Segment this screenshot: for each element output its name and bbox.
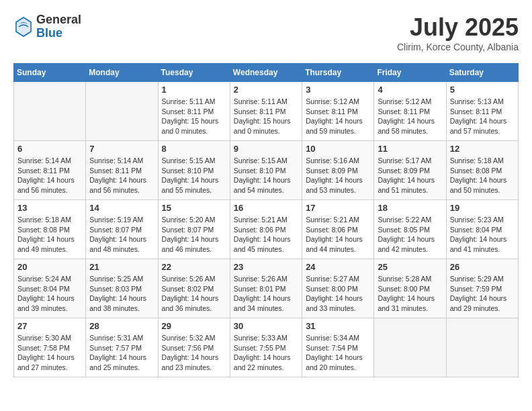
- calendar-cell: 29Sunrise: 5:32 AM Sunset: 7:56 PM Dayli…: [158, 318, 230, 377]
- day-number: 2: [234, 85, 298, 95]
- day-number: 13: [17, 203, 82, 213]
- day-info: Sunrise: 5:16 AM Sunset: 8:09 PM Dayligh…: [306, 156, 370, 195]
- day-info: Sunrise: 5:29 AM Sunset: 7:59 PM Dayligh…: [450, 274, 515, 314]
- weekday-header-thursday: Thursday: [302, 64, 374, 82]
- calendar-cell: 5Sunrise: 5:13 AM Sunset: 8:11 PM Daylig…: [446, 82, 518, 141]
- day-number: 18: [378, 203, 442, 213]
- day-number: 15: [162, 203, 226, 213]
- day-info: Sunrise: 5:14 AM Sunset: 8:11 PM Dayligh…: [89, 156, 154, 195]
- logo-blue: Blue: [36, 27, 81, 40]
- day-info: Sunrise: 5:34 AM Sunset: 7:54 PM Dayligh…: [306, 333, 370, 373]
- calendar-cell: 3Sunrise: 5:12 AM Sunset: 8:11 PM Daylig…: [302, 82, 374, 141]
- weekday-header-wednesday: Wednesday: [230, 64, 302, 82]
- day-info: Sunrise: 5:25 AM Sunset: 8:03 PM Dayligh…: [89, 274, 154, 314]
- day-number: 9: [234, 144, 298, 154]
- calendar-cell: 11Sunrise: 5:17 AM Sunset: 8:09 PM Dayli…: [374, 141, 446, 200]
- day-number: 29: [162, 321, 226, 331]
- calendar-cell: 2Sunrise: 5:11 AM Sunset: 8:11 PM Daylig…: [230, 82, 302, 141]
- calendar-cell: [446, 318, 518, 377]
- day-number: 23: [234, 262, 298, 272]
- day-info: Sunrise: 5:21 AM Sunset: 8:06 PM Dayligh…: [306, 215, 370, 255]
- weekday-header-row: SundayMondayTuesdayWednesdayThursdayFrid…: [14, 64, 519, 82]
- day-number: 5: [450, 85, 515, 95]
- day-number: 27: [17, 321, 82, 331]
- calendar-cell: 15Sunrise: 5:20 AM Sunset: 8:07 PM Dayli…: [158, 200, 230, 259]
- calendar-cell: 14Sunrise: 5:19 AM Sunset: 8:07 PM Dayli…: [86, 200, 158, 259]
- day-number: 14: [89, 203, 154, 213]
- calendar-cell: 26Sunrise: 5:29 AM Sunset: 7:59 PM Dayli…: [446, 259, 518, 318]
- calendar-cell: 10Sunrise: 5:16 AM Sunset: 8:09 PM Dayli…: [302, 141, 374, 200]
- calendar-cell: 9Sunrise: 5:15 AM Sunset: 8:10 PM Daylig…: [230, 141, 302, 200]
- day-info: Sunrise: 5:18 AM Sunset: 8:08 PM Dayligh…: [450, 156, 515, 195]
- day-number: 24: [306, 262, 370, 272]
- logo-general: General: [36, 13, 81, 27]
- day-number: 7: [89, 144, 154, 154]
- day-number: 28: [89, 321, 154, 331]
- calendar-cell: 7Sunrise: 5:14 AM Sunset: 8:11 PM Daylig…: [86, 141, 158, 200]
- location-subtitle: Clirim, Korce County, Albania: [397, 42, 519, 52]
- day-number: 12: [450, 144, 515, 154]
- weekday-header-saturday: Saturday: [446, 64, 518, 82]
- calendar-cell: 19Sunrise: 5:23 AM Sunset: 8:04 PM Dayli…: [446, 200, 518, 259]
- calendar-cell: [86, 82, 158, 141]
- calendar-cell: 23Sunrise: 5:26 AM Sunset: 8:01 PM Dayli…: [230, 259, 302, 318]
- title-block: July 2025 Clirim, Korce County, Albania: [397, 13, 519, 52]
- day-number: 11: [378, 144, 442, 154]
- day-info: Sunrise: 5:12 AM Sunset: 8:11 PM Dayligh…: [378, 97, 442, 136]
- day-info: Sunrise: 5:18 AM Sunset: 8:08 PM Dayligh…: [17, 215, 82, 255]
- day-number: 31: [306, 321, 370, 331]
- day-info: Sunrise: 5:17 AM Sunset: 8:09 PM Dayligh…: [378, 156, 442, 195]
- day-info: Sunrise: 5:15 AM Sunset: 8:10 PM Dayligh…: [234, 156, 298, 195]
- calendar-cell: 8Sunrise: 5:15 AM Sunset: 8:10 PM Daylig…: [158, 141, 230, 200]
- logo: General Blue: [13, 13, 81, 40]
- day-info: Sunrise: 5:32 AM Sunset: 7:56 PM Dayligh…: [162, 333, 226, 373]
- week-row-2: 6Sunrise: 5:14 AM Sunset: 8:11 PM Daylig…: [14, 141, 519, 200]
- day-info: Sunrise: 5:23 AM Sunset: 8:04 PM Dayligh…: [450, 215, 515, 255]
- calendar-cell: [374, 318, 446, 377]
- day-info: Sunrise: 5:11 AM Sunset: 8:11 PM Dayligh…: [162, 97, 226, 136]
- weekday-header-tuesday: Tuesday: [158, 64, 230, 82]
- day-info: Sunrise: 5:19 AM Sunset: 8:07 PM Dayligh…: [89, 215, 154, 255]
- day-info: Sunrise: 5:14 AM Sunset: 8:11 PM Dayligh…: [17, 156, 82, 195]
- calendar-cell: 13Sunrise: 5:18 AM Sunset: 8:08 PM Dayli…: [14, 200, 86, 259]
- day-info: Sunrise: 5:11 AM Sunset: 8:11 PM Dayligh…: [234, 97, 298, 136]
- month-title: July 2025: [397, 13, 519, 42]
- day-info: Sunrise: 5:27 AM Sunset: 8:00 PM Dayligh…: [306, 274, 370, 314]
- day-info: Sunrise: 5:20 AM Sunset: 8:07 PM Dayligh…: [162, 215, 226, 255]
- calendar-cell: 18Sunrise: 5:22 AM Sunset: 8:05 PM Dayli…: [374, 200, 446, 259]
- day-info: Sunrise: 5:31 AM Sunset: 7:57 PM Dayligh…: [89, 333, 154, 373]
- day-info: Sunrise: 5:30 AM Sunset: 7:58 PM Dayligh…: [17, 333, 82, 373]
- day-number: 17: [306, 203, 370, 213]
- calendar-cell: 31Sunrise: 5:34 AM Sunset: 7:54 PM Dayli…: [302, 318, 374, 377]
- day-info: Sunrise: 5:33 AM Sunset: 7:55 PM Dayligh…: [234, 333, 298, 373]
- calendar-table: SundayMondayTuesdayWednesdayThursdayFrid…: [13, 63, 519, 377]
- week-row-3: 13Sunrise: 5:18 AM Sunset: 8:08 PM Dayli…: [14, 200, 519, 259]
- weekday-header-monday: Monday: [86, 64, 158, 82]
- day-number: 21: [89, 262, 154, 272]
- calendar-cell: 12Sunrise: 5:18 AM Sunset: 8:08 PM Dayli…: [446, 141, 518, 200]
- calendar-cell: 4Sunrise: 5:12 AM Sunset: 8:11 PM Daylig…: [374, 82, 446, 141]
- weekday-header-friday: Friday: [374, 64, 446, 82]
- calendar-cell: 25Sunrise: 5:28 AM Sunset: 8:00 PM Dayli…: [374, 259, 446, 318]
- svg-marker-0: [15, 16, 32, 38]
- calendar-cell: 16Sunrise: 5:21 AM Sunset: 8:06 PM Dayli…: [230, 200, 302, 259]
- day-info: Sunrise: 5:21 AM Sunset: 8:06 PM Dayligh…: [234, 215, 298, 255]
- day-info: Sunrise: 5:15 AM Sunset: 8:10 PM Dayligh…: [162, 156, 226, 195]
- day-number: 19: [450, 203, 515, 213]
- day-info: Sunrise: 5:24 AM Sunset: 8:04 PM Dayligh…: [17, 274, 82, 314]
- calendar-cell: 20Sunrise: 5:24 AM Sunset: 8:04 PM Dayli…: [14, 259, 86, 318]
- day-number: 1: [162, 85, 226, 95]
- day-number: 10: [306, 144, 370, 154]
- week-row-1: 1Sunrise: 5:11 AM Sunset: 8:11 PM Daylig…: [14, 82, 519, 141]
- calendar-cell: 28Sunrise: 5:31 AM Sunset: 7:57 PM Dayli…: [86, 318, 158, 377]
- day-number: 22: [162, 262, 226, 272]
- calendar-cell: 22Sunrise: 5:26 AM Sunset: 8:02 PM Dayli…: [158, 259, 230, 318]
- day-info: Sunrise: 5:22 AM Sunset: 8:05 PM Dayligh…: [378, 215, 442, 255]
- logo-icon: [13, 15, 34, 39]
- day-number: 20: [17, 262, 82, 272]
- day-number: 25: [378, 262, 442, 272]
- weekday-header-sunday: Sunday: [14, 64, 86, 82]
- calendar-cell: 6Sunrise: 5:14 AM Sunset: 8:11 PM Daylig…: [14, 141, 86, 200]
- day-info: Sunrise: 5:26 AM Sunset: 8:02 PM Dayligh…: [162, 274, 226, 314]
- day-number: 3: [306, 85, 370, 95]
